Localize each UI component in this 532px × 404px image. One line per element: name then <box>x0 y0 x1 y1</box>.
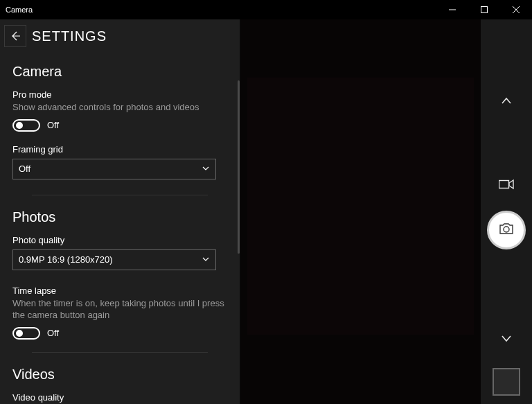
scrollbar[interactable] <box>238 80 240 254</box>
camera-app-window: Camera SETTINGS Camera <box>0 0 532 404</box>
framing-grid-dropdown[interactable]: Off <box>12 159 216 179</box>
window-title: Camera <box>6 6 436 14</box>
divider <box>32 195 208 195</box>
gallery-thumbnail[interactable] <box>493 368 520 396</box>
expand-up-button[interactable] <box>493 87 520 115</box>
framing-grid-label: Framing grid <box>12 144 227 155</box>
svg-rect-1 <box>481 7 488 13</box>
pro-mode-desc: Show advanced controls for photos and vi… <box>12 101 227 114</box>
time-lapse-toggle[interactable] <box>12 327 40 340</box>
svg-rect-4 <box>499 181 509 188</box>
time-lapse-toggle-row: Off <box>12 327 227 340</box>
capture-strip <box>481 19 532 404</box>
video-mode-button[interactable] <box>493 170 520 198</box>
settings-title: SETTINGS <box>32 28 107 44</box>
content-area: SETTINGS Camera Pro mode Show advanced c… <box>0 19 532 404</box>
maximize-button[interactable] <box>468 0 500 19</box>
shutter-button[interactable] <box>487 211 526 249</box>
preview-frame <box>247 78 474 335</box>
pro-mode-state: Off <box>47 120 59 130</box>
chevron-down-icon <box>202 254 210 266</box>
shutter-inner <box>491 215 522 245</box>
window-controls <box>436 0 532 19</box>
toggle-knob <box>16 330 23 337</box>
toggle-knob <box>16 122 23 129</box>
camera-preview <box>240 19 481 404</box>
back-button[interactable] <box>4 25 26 47</box>
titlebar: Camera <box>0 0 532 19</box>
camera-icon <box>499 222 514 238</box>
framing-grid-value: Off <box>19 164 30 174</box>
section-heading-videos: Videos <box>12 367 227 383</box>
video-quality-label: Video quality <box>12 392 227 403</box>
settings-body: Camera Pro mode Show advanced controls f… <box>0 53 240 404</box>
section-heading-photos: Photos <box>12 209 227 225</box>
pro-mode-toggle[interactable] <box>12 119 40 132</box>
expand-down-button[interactable] <box>493 324 520 352</box>
time-lapse-state: Off <box>47 328 59 338</box>
svg-point-5 <box>504 227 509 232</box>
close-button[interactable] <box>500 0 532 19</box>
chevron-down-icon <box>202 163 210 175</box>
photo-quality-value: 0.9MP 16:9 (1280x720) <box>19 254 113 265</box>
settings-panel: SETTINGS Camera Pro mode Show advanced c… <box>0 19 240 404</box>
time-lapse-desc: When the timer is on, keep taking photos… <box>12 297 227 322</box>
time-lapse-label: Time lapse <box>12 286 227 296</box>
settings-header: SETTINGS <box>0 19 240 53</box>
divider <box>32 352 208 353</box>
minimize-button[interactable] <box>436 0 468 19</box>
photo-quality-dropdown[interactable]: 0.9MP 16:9 (1280x720) <box>12 249 216 270</box>
pro-mode-label: Pro mode <box>12 89 227 100</box>
photo-quality-label: Photo quality <box>12 235 227 245</box>
section-heading-camera: Camera <box>12 64 227 80</box>
pro-mode-toggle-row: Off <box>12 119 227 132</box>
